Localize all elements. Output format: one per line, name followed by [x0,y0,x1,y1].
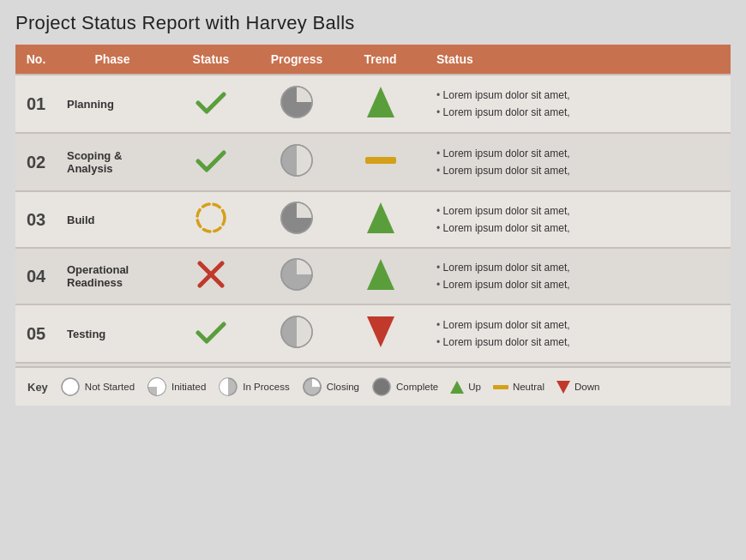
header-progress: Progress [254,45,340,75]
row-trend [340,304,421,363]
svg-rect-5 [365,157,396,164]
header-no: No. [15,45,57,75]
desc-item: Lorem ipsum dolor sit amet, [436,276,724,293]
key-up-label: Up [468,382,481,392]
row-harvey-ball [254,133,340,191]
key-up: Up [450,381,481,394]
neutral-icon [493,385,508,389]
header-status: Status [168,45,254,75]
row-harvey-ball [254,248,340,304]
key-down: Down [556,381,599,394]
svg-marker-2 [367,87,394,117]
table-row: 02 Scoping & Analysis Lorem ipsum dolor … [15,133,731,191]
desc-item: Lorem ipsum dolor sit amet, [436,259,724,276]
row-status-icon [168,133,254,191]
key-not-started: Not Started [60,376,135,397]
desc-item: Lorem ipsum dolor sit amet, [436,104,724,121]
row-trend [340,133,421,191]
svg-marker-17 [367,316,394,347]
down-arrow-icon [556,381,570,394]
svg-marker-14 [367,259,394,290]
key-initiated-label: Initiated [171,382,206,392]
key-not-started-label: Not Started [85,382,135,392]
svg-marker-9 [367,202,394,233]
row-harvey-ball [254,75,340,133]
desc-item: Lorem ipsum dolor sit amet, [436,220,724,237]
row-desc: Lorem ipsum dolor sit amet,Lorem ipsum d… [421,304,731,363]
row-trend [340,75,421,133]
row-desc: Lorem ipsum dolor sit amet,Lorem ipsum d… [421,248,731,304]
row-status-icon [168,304,254,363]
row-number: 04 [15,248,57,304]
desc-item: Lorem ipsum dolor sit amet, [436,87,724,104]
page-title: Project Status Report with Harvey Balls [15,12,731,34]
row-number: 03 [15,191,57,248]
key-neutral-label: Neutral [513,382,544,392]
row-phase: Planning [57,75,168,133]
key-down-label: Down [575,382,599,392]
key-complete-label: Complete [396,382,438,392]
row-status-icon [168,248,254,304]
row-status-icon [168,191,254,248]
key-initiated: Initiated [147,376,206,397]
row-harvey-ball [254,304,340,363]
status-table: No. Phase Status Progress Trend Status 0… [15,45,731,364]
row-phase: Testing [57,304,168,363]
key-label: Key [27,381,48,394]
table-row: 05 Testing Lorem ipsum dolor sit amet,Lo… [15,304,731,363]
desc-item: Lorem ipsum dolor sit amet, [436,145,724,162]
row-harvey-ball [254,191,340,248]
row-phase: Operational Readiness [57,248,168,304]
row-phase: Build [57,191,168,248]
row-number: 05 [15,304,57,363]
key-in-process: In Process [218,376,289,397]
key-in-process-label: In Process [243,382,289,392]
desc-item: Lorem ipsum dolor sit amet, [436,316,724,334]
table-header: No. Phase Status Progress Trend Status [15,45,731,75]
header-desc: Status [421,45,731,75]
row-phase: Scoping & Analysis [57,133,168,191]
key-neutral: Neutral [493,382,544,392]
row-status-icon [168,75,254,133]
row-desc: Lorem ipsum dolor sit amet,Lorem ipsum d… [421,75,731,133]
key-closing: Closing [302,376,359,397]
main-container: Project Status Report with Harvey Balls … [0,0,746,414]
svg-point-24 [373,378,390,395]
table-row: 03 Build Lorem ipsum dolor sit amet,Lore… [15,191,731,248]
svg-point-6 [197,204,225,232]
table-row: 04 Operational Readiness Lorem ipsum dol… [15,248,731,304]
up-arrow-icon [450,381,464,394]
header-trend: Trend [340,45,421,75]
key-row: Key Not Started Initiated [15,366,731,406]
row-trend [340,248,421,304]
row-number: 01 [15,75,57,133]
row-trend [340,191,421,248]
row-number: 02 [15,133,57,191]
key-closing-label: Closing [327,382,359,392]
desc-item: Lorem ipsum dolor sit amet, [436,162,724,179]
desc-item: Lorem ipsum dolor sit amet, [436,202,724,220]
key-complete: Complete [371,376,438,397]
row-desc: Lorem ipsum dolor sit amet,Lorem ipsum d… [421,191,731,248]
table-row: 01 Planning Lorem ipsum dolor sit amet,L… [15,75,731,133]
desc-item: Lorem ipsum dolor sit amet, [436,334,724,351]
row-desc: Lorem ipsum dolor sit amet,Lorem ipsum d… [421,133,731,191]
header-phase: Phase [57,45,168,75]
svg-point-18 [62,378,79,395]
